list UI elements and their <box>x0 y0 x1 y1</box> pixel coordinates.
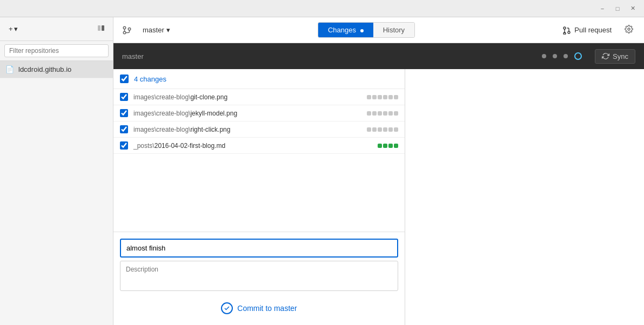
commit-area: Commit to master <box>113 232 405 325</box>
main-content: master ▾ Changes History <box>113 17 644 325</box>
file-checkbox[interactable] <box>120 125 128 133</box>
sync-label: Sync <box>613 52 628 60</box>
changes-list: images\create-blog\git-clone.png <box>113 89 405 232</box>
svg-rect-0 <box>98 25 100 31</box>
indicator-dot <box>372 127 377 132</box>
svg-rect-1 <box>102 25 104 31</box>
select-all-checkbox[interactable] <box>120 75 129 83</box>
svg-point-9 <box>628 28 630 30</box>
tab-history[interactable]: History <box>373 23 414 37</box>
pull-request-icon <box>562 26 571 35</box>
repo-item[interactable]: 📄 ldcdroid.github.io <box>0 61 113 78</box>
branch-bar: master Sync <box>113 43 644 69</box>
progress-dot-2 <box>553 54 557 58</box>
tab-group: Changes History <box>318 22 415 38</box>
pull-request-label: Pull request <box>574 26 612 34</box>
checkmark-icon <box>224 305 230 312</box>
indicator-dot <box>383 111 387 116</box>
change-indicators <box>367 127 398 132</box>
changes-dot <box>360 29 364 32</box>
list-item[interactable]: images\create-blog\git-clone.png <box>113 89 405 105</box>
change-indicators <box>378 144 398 148</box>
commit-message-input[interactable] <box>120 239 398 258</box>
file-path: images\create-blog\right-click.png <box>133 126 363 133</box>
filter-repositories-input[interactable] <box>4 44 109 57</box>
indicator-dot <box>372 95 377 99</box>
progress-dot-active <box>574 52 582 60</box>
changes-header: 4 changes <box>113 69 405 89</box>
changes-count: 4 changes <box>134 75 166 83</box>
indicator-dot <box>378 95 382 99</box>
plus-icon: + <box>9 25 13 33</box>
pull-request-button[interactable]: Pull request <box>558 24 616 37</box>
indicator-dot <box>372 111 377 116</box>
branch-dropdown-icon: ▾ <box>166 26 170 34</box>
panel-icon <box>97 24 105 32</box>
svg-point-6 <box>564 27 566 29</box>
add-repository-button[interactable]: + ▾ <box>5 23 21 35</box>
file-path: images\create-blog\git-clone.png <box>133 93 363 101</box>
indicator-dot <box>394 111 398 116</box>
current-branch-name: master <box>122 52 144 60</box>
minimize-button[interactable]: − <box>595 3 609 14</box>
list-item[interactable]: _posts\2016-04-02-first-blog.md <box>113 138 405 154</box>
sidebar: + ▾ 📄 ldcdroid.github.io <box>0 17 113 325</box>
sidebar-filter <box>0 41 113 61</box>
window-controls: − □ ✕ <box>595 3 640 14</box>
branch-selector[interactable]: master ▾ <box>138 24 175 36</box>
top-nav: master ▾ Changes History <box>113 17 644 43</box>
sync-icon <box>602 52 609 60</box>
changes-area: 4 changes images\create-blog\git-clone.p… <box>113 69 644 325</box>
indicator-dot <box>367 111 371 116</box>
sidebar-toggle-button[interactable] <box>95 22 108 36</box>
list-item[interactable]: images\create-blog\right-click.png <box>113 121 405 138</box>
commit-description-textarea[interactable] <box>120 261 398 291</box>
indicator-dot <box>378 144 382 148</box>
svg-point-4 <box>128 28 131 30</box>
file-checkbox[interactable] <box>120 93 128 101</box>
progress-dot-3 <box>564 54 568 58</box>
chevron-down-icon: ▾ <box>14 25 18 33</box>
indicator-dot <box>394 95 398 99</box>
file-checkbox[interactable] <box>120 109 128 117</box>
change-indicators <box>367 95 398 99</box>
file-checkbox[interactable] <box>120 141 128 150</box>
changes-panel: 4 changes images\create-blog\git-clone.p… <box>113 69 405 325</box>
branch-name: master <box>143 26 164 34</box>
indicator-dot <box>388 127 393 132</box>
svg-point-2 <box>123 26 126 29</box>
file-path: images\create-blog\jekyll-model.png <box>133 110 363 117</box>
change-indicators <box>367 111 398 116</box>
repo-icon: 📄 <box>5 65 14 73</box>
file-path: _posts\2016-04-02-first-blog.md <box>133 142 373 150</box>
progress-dot-1 <box>542 54 546 58</box>
indicator-dot <box>383 95 387 99</box>
indicator-dot <box>394 144 398 148</box>
indicator-dot <box>367 95 371 99</box>
titlebar: − □ ✕ <box>0 0 644 17</box>
list-item[interactable]: images\create-blog\jekyll-model.png <box>113 105 405 121</box>
indicator-dot <box>378 127 382 132</box>
settings-button[interactable] <box>622 23 635 37</box>
commit-circle-icon <box>221 302 233 314</box>
right-panel <box>405 69 644 325</box>
sync-button[interactable]: Sync <box>595 49 635 64</box>
indicator-dot <box>383 127 387 132</box>
indicator-dot <box>383 144 387 148</box>
indicator-dot <box>388 144 393 148</box>
indicator-dot <box>394 127 398 132</box>
app-container: + ▾ 📄 ldcdroid.github.io <box>0 17 644 325</box>
close-button[interactable]: ✕ <box>626 3 640 14</box>
indicator-dot <box>367 127 371 132</box>
commit-button-label: Commit to master <box>237 304 297 313</box>
repository-list: 📄 ldcdroid.github.io <box>0 61 113 325</box>
indicator-dot <box>388 111 393 116</box>
indicator-dot <box>378 111 382 116</box>
tab-changes[interactable]: Changes <box>318 23 373 37</box>
svg-point-5 <box>568 31 570 33</box>
branch-progress <box>542 52 582 60</box>
maximize-button[interactable]: □ <box>611 3 625 14</box>
commit-button[interactable]: Commit to master <box>120 298 398 319</box>
gear-icon <box>625 25 633 33</box>
sidebar-header: + ▾ <box>0 17 113 41</box>
